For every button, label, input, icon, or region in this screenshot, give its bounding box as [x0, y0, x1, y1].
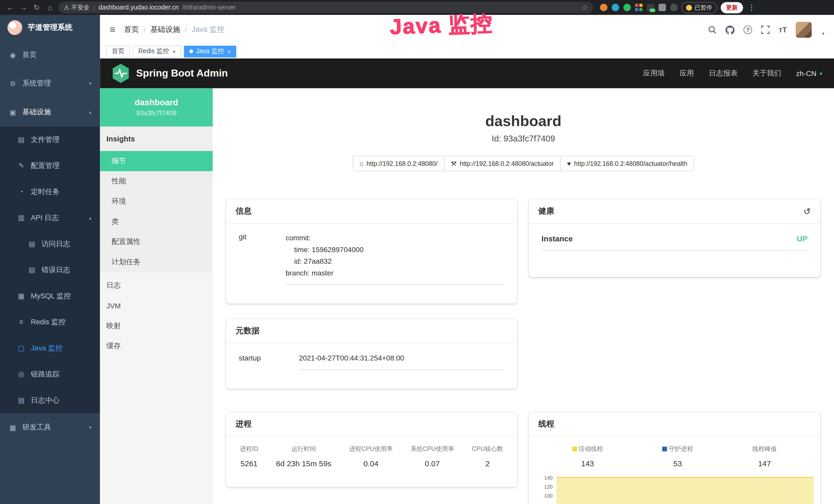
sidebar-item-label: 文件管理 [31, 135, 60, 144]
metric-label: 进程CPU使用率 [349, 445, 393, 453]
url-path: /infra/admin-server [182, 4, 236, 11]
sidebar-item-mysql[interactable]: ▦ MySQL 监控 [0, 283, 100, 309]
sba-brand[interactable]: Spring Boot Admin [112, 63, 228, 84]
divider: | [93, 4, 95, 11]
extension-icon[interactable] [612, 4, 619, 11]
font-size-icon[interactable]: тT [779, 25, 787, 34]
sidebar-item-error-log[interactable]: ▤ 错误日志 [0, 257, 100, 283]
y-tick: 100 [544, 491, 553, 500]
sba-nav-applications[interactable]: 应用 [680, 69, 694, 78]
legend-swatch-yellow [572, 446, 577, 451]
sidebar-item-home[interactable]: ◉ 首页 [0, 40, 100, 69]
infra-submenu: ▤ 文件管理 ✎ 配置管理 ◔ 定时任务 ▥ API 日志 ▴ ▤ [0, 127, 100, 413]
browser-menu-icon[interactable]: ⋮ [748, 3, 755, 12]
info-card: 信息 git commit: time: 1596289704000 id: 2… [226, 200, 517, 304]
search-icon[interactable] [708, 25, 716, 34]
extension-icon[interactable] [670, 4, 678, 11]
sidebar-item-api-log[interactable]: ▥ API 日志 ▴ [0, 205, 100, 231]
log-icon: ▥ [17, 214, 25, 222]
security-warning[interactable]: ⚠ 不安全 [64, 3, 89, 11]
close-icon[interactable]: × [172, 48, 176, 54]
browser-toolbar: ← → ↻ ⌂ ⚠ 不安全 | dashboard.yudao.iocoder.… [0, 0, 834, 15]
back-icon[interactable]: ← [5, 3, 15, 12]
sba-nav-about[interactable]: 关于我们 [752, 69, 781, 78]
sidebar-item-java[interactable]: ▢ Java 监控 [0, 335, 100, 361]
metric-value: 2 [472, 459, 503, 468]
sidebar-item-jobs[interactable]: ◔ 定时任务 [0, 179, 100, 205]
update-button[interactable]: 更新 [721, 2, 743, 13]
sidebar-item-infra[interactable]: ▣ 基础设施 ▴ [0, 98, 100, 127]
tab-java[interactable]: Java 监控 × [184, 45, 236, 57]
paused-chip[interactable]: 已暂停 [681, 2, 717, 13]
sidebar-item-system[interactable]: ⚙ 系统管理 ▾ [0, 69, 100, 98]
reload-icon[interactable]: ↻ [32, 3, 41, 12]
github-icon[interactable] [726, 25, 734, 34]
metric-uptime: 运行时间 6d 23h 15m 59s [276, 445, 331, 468]
insights-submenu: 细节 性能 环境 类 配置属性 计划任务 [100, 151, 213, 272]
extensions-puzzle-icon[interactable] [659, 4, 666, 11]
metric-value: 0.07 [411, 459, 454, 468]
extension-on-icon[interactable] [647, 4, 654, 11]
breadcrumb: 首页 / 基础设施 / Java 监控 [124, 25, 224, 35]
sba-item-jvm[interactable]: JVM [100, 296, 213, 316]
layers-icon: ≡ [17, 318, 25, 326]
metric-peak-threads: 线程峰值 147 [752, 445, 777, 468]
metric-pid: 进程ID 5261 [240, 445, 258, 468]
chart-y-axis: 140 120 100 [539, 473, 555, 504]
info-line: branch: master [286, 268, 504, 279]
sba-nav-journal[interactable]: 日志报表 [709, 69, 738, 78]
sba-item-classes[interactable]: 类 [100, 211, 213, 232]
link-service-url[interactable]: ⌂ http://192.168.0.2:48080/ [353, 156, 445, 171]
hamburger-icon[interactable]: ≡ [110, 24, 115, 36]
tab-redis[interactable]: Redis 监控 × [133, 45, 181, 57]
instance-name: dashboard [135, 98, 178, 107]
sidebar-item-files[interactable]: ▤ 文件管理 [0, 127, 100, 153]
help-icon[interactable]: ? [744, 25, 752, 34]
app-logo-icon [7, 20, 22, 35]
home-icon: ⌂ [359, 160, 364, 167]
home-icon[interactable]: ⌂ [45, 3, 55, 12]
sba-item-mappings[interactable]: 映射 [100, 316, 213, 336]
breadcrumb-infra[interactable]: 基础设施 [150, 25, 180, 35]
sba-item-scheduled-tasks[interactable]: 计划任务 [100, 252, 213, 272]
sidebar-item-config[interactable]: ✎ 配置管理 [0, 153, 100, 179]
sidebar-item-log-center[interactable]: ▤ 日志中心 [0, 387, 100, 413]
sidebar-item-redis[interactable]: ≡ Redis 监控 [0, 309, 100, 335]
breadcrumb-home[interactable]: 首页 [124, 25, 139, 35]
fullscreen-icon[interactable] [761, 25, 770, 34]
sidebar-item-trace[interactable]: ◎ 链路追踪 [0, 361, 100, 387]
extension-grid-icon[interactable] [635, 4, 643, 11]
sidebar-item-devtools[interactable]: ▩ 研发工具 ▾ [0, 413, 100, 442]
health-card: 健康 ↺ Instance UP [529, 200, 820, 277]
sidebar-item-access-log[interactable]: ▤ 访问日志 [0, 231, 100, 257]
sba-item-logs[interactable]: 日志 [100, 275, 213, 296]
sba-item-performance[interactable]: 性能 [100, 171, 213, 191]
sba-nav-wall[interactable]: 应用墙 [643, 69, 665, 78]
security-label: 不安全 [71, 3, 89, 11]
metadata-card: 元数据 startup 2021-04-27T00:44:31.254+08:0… [226, 319, 517, 388]
sba-item-details[interactable]: 细节 [100, 151, 213, 171]
sba-item-caches[interactable]: 缓存 [100, 336, 213, 357]
user-avatar[interactable] [796, 22, 812, 38]
close-icon[interactable]: × [227, 48, 231, 54]
forward-icon[interactable]: → [19, 3, 28, 12]
locale-select[interactable]: zh-CN ▾ [796, 69, 822, 77]
extension-icon[interactable] [623, 4, 631, 11]
sba-item-environment[interactable]: 环境 [100, 191, 213, 211]
sidebar-item-label: 日志中心 [31, 395, 60, 405]
sba-item-config-props[interactable]: 配置属性 [100, 232, 213, 252]
screen-icon: ▢ [17, 344, 25, 352]
link-actuator-url[interactable]: ⚒ http://192.168.0.2:48080/actuator [444, 156, 561, 171]
link-health-url[interactable]: ♥ http://192.168.0.2:48080/actuator/heal… [560, 156, 694, 171]
history-icon[interactable]: ↺ [804, 206, 811, 216]
tab-home[interactable]: 首页 [106, 45, 130, 57]
sba-sidebar: dashboard 93a3fc7f7409 Insights 细节 性能 环境… [100, 88, 213, 504]
breadcrumb-separator: / [144, 26, 146, 33]
insights-section-label[interactable]: Insights [100, 127, 213, 151]
sba-brand-label: Spring Boot Admin [136, 68, 228, 79]
extension-icon[interactable] [600, 4, 608, 11]
bookmark-star-icon[interactable]: ☆ [581, 3, 588, 11]
address-bar[interactable]: ⚠ 不安全 | dashboard.yudao.iocoder.cn /infr… [59, 2, 593, 13]
app-logo-row[interactable]: 芋道管理系统 [0, 15, 100, 40]
caret-down-icon[interactable]: ▾ [822, 31, 824, 38]
